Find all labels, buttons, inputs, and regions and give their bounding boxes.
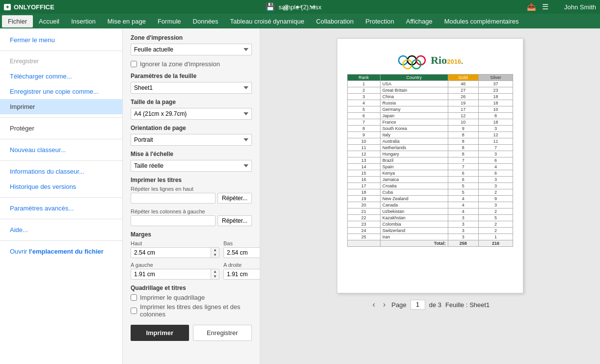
scale-group: Taille réelle [131,160,252,172]
print-zone-label: Zone d'impression [131,34,252,41]
top-margin-wrap: ▲ ▼ [131,247,219,258]
table-cell: 9 [448,126,478,132]
table-row: 22Kazakhstan35 [348,215,513,221]
workbook-info-btn[interactable]: Informations du classeur... [0,164,122,179]
save-copy-btn[interactable]: Enregistrer une copie comme... [0,84,122,99]
print-zone-select[interactable]: Feuille actuelle [131,44,252,55]
open-location-text: Ouvrir l'emplacement du fichier [10,248,104,255]
table-row: 25Iran31 [348,234,513,240]
help-btn[interactable]: Aide... [0,222,122,237]
page-num-input[interactable] [410,300,425,310]
menu-icon[interactable]: ☰ [542,2,548,11]
download-as-btn[interactable]: Télécharger comme... [0,69,122,84]
protect-btn[interactable]: Protéger [0,121,122,136]
menu-insertion[interactable]: Insertion [65,15,102,27]
table-cell: Colombia [380,221,448,228]
table-row: 17Croatia53 [348,183,513,189]
table-cell: 1 [478,234,513,240]
repeat-left-row: Répéter... [131,215,252,226]
left-margin-input[interactable] [131,269,211,279]
table-row: 12Hungary83 [348,151,513,157]
table-cell: Kenya [380,170,448,177]
top-margin-group: Haut ▲ ▼ [131,240,219,258]
sidebar-divider-3 [0,139,122,139]
table-cell: 6 [478,170,513,177]
left-margin-up[interactable]: ▲ [211,269,219,274]
table-cell: 20 [348,202,381,208]
preview-area: Rio2016. Rank Country Gold Silver 1USA46… [260,28,600,364]
menu-mise-en-page[interactable]: Mise en page [102,15,152,27]
orientation-select[interactable]: Portrait [131,134,252,146]
sheet-name-select[interactable]: Sheet1 [131,82,252,94]
print-action-btn[interactable]: Imprimer [131,325,189,341]
table-cell: 2 [478,208,513,215]
open-location-icon[interactable]: 📤 [527,2,536,11]
table-cell: 16 [348,177,381,183]
menu-fichier[interactable]: Fichier [2,15,33,27]
table-cell: 7 [348,119,381,126]
version-history-btn[interactable]: Historique des versions [0,179,122,194]
menu-collaboration[interactable]: Collaboration [310,15,360,27]
save-icon[interactable]: 💾 [266,2,275,11]
next-page-btn[interactable]: › [381,299,387,310]
print-titles-label: Imprimer les titres des lignes et des co… [140,303,252,318]
table-cell: 6 [348,113,381,119]
open-location-btn[interactable]: Ouvrir l'emplacement du fichier [0,244,122,259]
menu-tableau-croise[interactable]: Tableau croisé dynamique [224,15,310,27]
scale-select[interactable]: Taille réelle [131,160,252,172]
top-margin-down[interactable]: ▼ [211,253,219,258]
sheet-name-group: Sheet1 [131,82,252,94]
print-btn[interactable]: Imprimer [0,99,122,114]
orientation-label: Orientation de page [131,125,252,131]
table-cell: Canada [380,202,448,208]
bottom-margin-input[interactable] [224,248,260,258]
table-cell: 8 [348,126,381,132]
repeat-left-input[interactable] [131,215,216,226]
col-rank: Rank [348,75,381,81]
save-action-btn[interactable]: Enregistrer [193,325,252,341]
menu-accueil[interactable]: Accueil [33,15,65,27]
margins-label: Marges [131,231,252,238]
preview-logo: Rio2016. [347,51,513,70]
left-margin-down[interactable]: ▼ [211,274,219,279]
ignore-print-zone-checkbox[interactable] [131,61,137,67]
table-cell: France [380,119,448,126]
top-margin-up[interactable]: ▲ [211,248,219,253]
new-workbook-btn[interactable]: Nouveau classeur... [0,142,122,157]
right-margin-group: A droite ▲ ▼ [223,262,260,280]
sidebar-divider-1 [0,51,122,51]
table-cell: 5 [348,106,381,113]
menu-donnees[interactable]: Données [187,15,224,27]
table-cell: 2 [478,221,513,228]
menu-affichage[interactable]: Affichage [400,15,438,27]
table-cell: 18 [478,94,513,100]
table-row: 23Colombia32 [348,221,513,228]
close-menu-btn[interactable]: Fermer le menu [0,32,122,48]
right-margin-input[interactable] [224,269,260,279]
page-size-select[interactable]: A4 (21cm x 29.7cm) [131,108,252,120]
repeat-top-btn[interactable]: Répéter... [218,193,252,204]
table-cell: 5 [478,215,513,221]
repeat-left-group: Répéter les colonnes à gauche Répéter... [131,208,252,226]
menu-protection[interactable]: Protection [359,15,400,27]
register-label: Enregistrer [0,54,122,69]
print-titles-checkbox[interactable] [131,308,137,314]
total-row: Total:258216 [348,240,513,247]
menu-formule[interactable]: Formule [152,15,187,27]
repeat-left-btn[interactable]: Répéter... [218,215,252,226]
top-margin-input[interactable] [131,248,211,258]
col-gold: Gold [448,75,478,81]
advanced-settings-btn[interactable]: Paramètres avancés... [0,201,122,216]
table-cell: 12 [348,151,381,157]
table-cell: 3 [478,202,513,208]
table-cell: Cuba [380,189,448,196]
sidebar-divider-2 [0,117,122,118]
print-grid-checkbox[interactable] [131,294,137,301]
table-cell: 17 [448,106,478,113]
prev-page-btn[interactable]: ‹ [371,299,377,310]
table-cell: Russia [380,100,448,106]
bottom-margin-group: Bas ▲ ▼ [223,240,260,258]
menu-modules[interactable]: Modules complémentaires [438,15,525,27]
repeat-top-input[interactable] [131,193,216,204]
table-cell: 13 [348,157,381,164]
